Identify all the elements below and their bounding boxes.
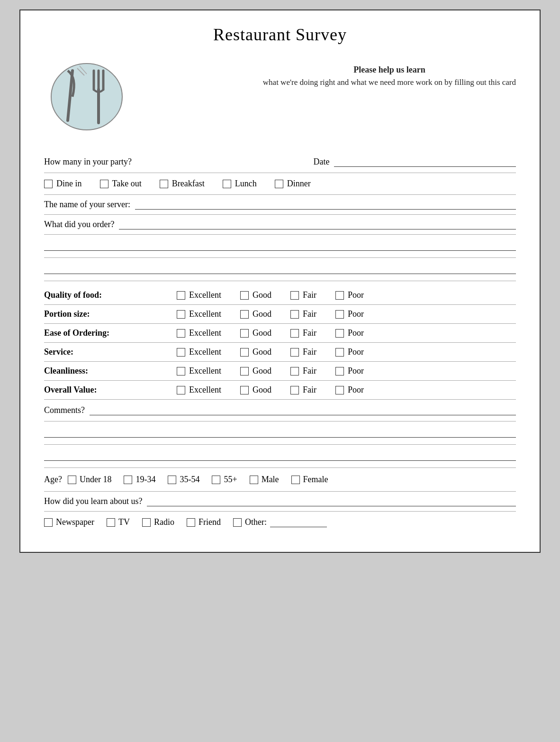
- other-checkbox[interactable]: [233, 518, 242, 527]
- ease-excellent[interactable]: Excellent: [177, 328, 221, 338]
- tv-checkbox[interactable]: [107, 518, 115, 527]
- service-poor[interactable]: Poor: [335, 347, 364, 357]
- ease-fair-cb[interactable]: [290, 329, 299, 338]
- quality-excellent[interactable]: Excellent: [177, 290, 221, 300]
- dinner-option[interactable]: Dinner: [275, 179, 311, 189]
- portion-poor-cb[interactable]: [335, 310, 344, 319]
- comments-row: Comments?: [44, 400, 516, 421]
- service-good-cb[interactable]: [240, 348, 249, 357]
- ease-fair[interactable]: Fair: [290, 328, 316, 338]
- ease-good-cb[interactable]: [240, 329, 249, 338]
- tv-option[interactable]: TV: [107, 517, 130, 527]
- value-label: Overall Value:: [44, 385, 177, 395]
- cleanliness-poor-cb[interactable]: [335, 367, 344, 376]
- portion-excellent-cb[interactable]: [177, 310, 185, 319]
- value-fair-cb[interactable]: [290, 386, 299, 394]
- take-out-checkbox[interactable]: [100, 180, 108, 188]
- quality-good[interactable]: Good: [240, 290, 271, 300]
- age-55plus-checkbox[interactable]: [212, 476, 220, 484]
- female-option[interactable]: Female: [291, 475, 328, 485]
- age-1934-option[interactable]: 19-34: [124, 475, 155, 485]
- male-option[interactable]: Male: [250, 475, 279, 485]
- breakfast-option[interactable]: Breakfast: [160, 179, 205, 189]
- quality-poor[interactable]: Poor: [335, 290, 364, 300]
- age-3554-checkbox[interactable]: [168, 476, 176, 484]
- newspaper-option[interactable]: Newspaper: [44, 517, 94, 527]
- take-out-option[interactable]: Take out: [100, 179, 142, 189]
- value-poor[interactable]: Poor: [335, 385, 364, 395]
- breakfast-checkbox[interactable]: [160, 180, 168, 188]
- cleanliness-fair-cb[interactable]: [290, 367, 299, 376]
- quality-label: Quality of food:: [44, 290, 177, 300]
- newspaper-checkbox[interactable]: [44, 518, 53, 527]
- service-fair-cb[interactable]: [290, 348, 299, 357]
- friend-checkbox[interactable]: [187, 518, 195, 527]
- source-row: Newspaper TV Radio Friend Other:: [44, 512, 516, 533]
- service-poor-cb[interactable]: [335, 348, 344, 357]
- friend-option[interactable]: Friend: [187, 517, 221, 527]
- ease-row: Ease of Ordering: Excellent Good Fair Po…: [44, 324, 516, 343]
- cleanliness-good-cb[interactable]: [240, 367, 249, 376]
- quality-good-cb[interactable]: [240, 291, 249, 300]
- quality-excellent-cb[interactable]: [177, 291, 185, 300]
- ease-poor-cb[interactable]: [335, 329, 344, 338]
- service-good[interactable]: Good: [240, 347, 271, 357]
- service-fair-label: Fair: [303, 347, 316, 357]
- value-good[interactable]: Good: [240, 385, 271, 395]
- age-55plus-option[interactable]: 55+: [212, 475, 237, 485]
- cleanliness-poor[interactable]: Poor: [335, 366, 364, 376]
- under18-checkbox[interactable]: [68, 476, 76, 484]
- ease-excellent-cb[interactable]: [177, 329, 185, 338]
- ease-poor[interactable]: Poor: [335, 328, 364, 338]
- portion-poor[interactable]: Poor: [335, 309, 364, 319]
- other-option[interactable]: Other:: [233, 517, 327, 527]
- blank-comment-row-2: [44, 445, 516, 468]
- portion-good[interactable]: Good: [240, 309, 271, 319]
- male-checkbox[interactable]: [250, 476, 258, 484]
- age-1934-checkbox[interactable]: [124, 476, 132, 484]
- value-excellent[interactable]: Excellent: [177, 385, 221, 395]
- quality-fair-cb[interactable]: [290, 291, 299, 300]
- quality-fair[interactable]: Fair: [290, 290, 316, 300]
- value-fair[interactable]: Fair: [290, 385, 316, 395]
- logo-area: [44, 54, 139, 137]
- cleanliness-excellent[interactable]: Excellent: [177, 366, 221, 376]
- value-good-cb[interactable]: [240, 386, 249, 394]
- cleanliness-fair[interactable]: Fair: [290, 366, 316, 376]
- cleanliness-good[interactable]: Good: [240, 366, 271, 376]
- value-fair-label: Fair: [303, 385, 316, 395]
- dinner-checkbox[interactable]: [275, 180, 283, 188]
- radio-checkbox[interactable]: [142, 518, 151, 527]
- service-fair[interactable]: Fair: [290, 347, 316, 357]
- how-input-line[interactable]: [147, 497, 516, 506]
- portion-good-cb[interactable]: [240, 310, 249, 319]
- portion-fair-cb[interactable]: [290, 310, 299, 319]
- lunch-checkbox[interactable]: [223, 180, 231, 188]
- age-3554-option[interactable]: 35-54: [168, 475, 199, 485]
- date-input-line[interactable]: [334, 157, 516, 167]
- female-checkbox[interactable]: [291, 476, 300, 484]
- cleanliness-excellent-cb[interactable]: [177, 367, 185, 376]
- order-input-line[interactable]: [119, 220, 516, 229]
- cleanliness-row: Cleanliness: Excellent Good Fair Poor: [44, 362, 516, 381]
- under18-option[interactable]: Under 18: [68, 475, 111, 485]
- service-excellent[interactable]: Excellent: [177, 347, 221, 357]
- value-poor-cb[interactable]: [335, 386, 344, 394]
- lunch-option[interactable]: Lunch: [223, 179, 257, 189]
- ease-good[interactable]: Good: [240, 328, 271, 338]
- radio-option[interactable]: Radio: [142, 517, 174, 527]
- tagline-text: Please help us learn what we're doing ri…: [263, 64, 516, 89]
- portion-fair[interactable]: Fair: [290, 309, 316, 319]
- value-excellent-cb[interactable]: [177, 386, 185, 394]
- comments-input-line[interactable]: [90, 406, 516, 415]
- portion-excellent[interactable]: Excellent: [177, 309, 221, 319]
- other-input-line[interactable]: [270, 518, 327, 527]
- server-input-line[interactable]: [135, 200, 516, 210]
- dine-in-checkbox[interactable]: [44, 180, 53, 188]
- dine-in-option[interactable]: Dine in: [44, 179, 82, 189]
- quality-poor-cb[interactable]: [335, 291, 344, 300]
- service-excellent-cb[interactable]: [177, 348, 185, 357]
- friend-label: Friend: [199, 517, 221, 527]
- date-label: Date: [314, 157, 330, 167]
- blank-comment-line-1: [44, 428, 516, 438]
